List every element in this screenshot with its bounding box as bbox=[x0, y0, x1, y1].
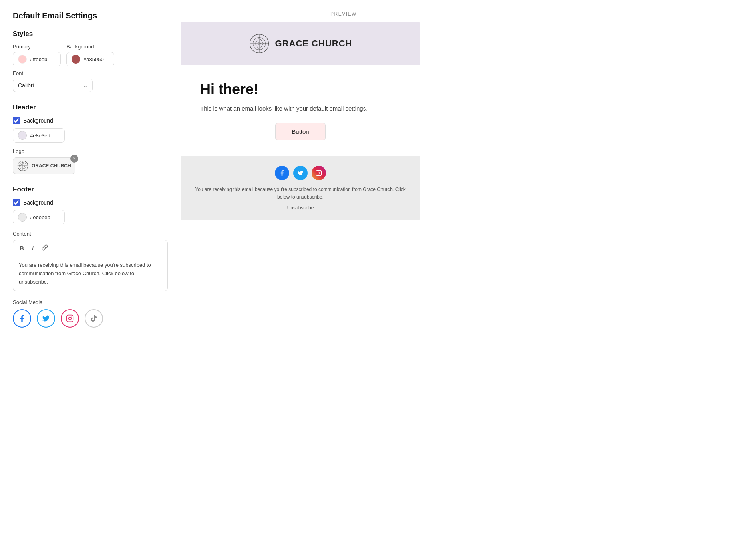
email-header-church-name: GRACE CHURCH bbox=[275, 38, 352, 49]
email-preview: GRACE CHURCH Hi there! This is what an e… bbox=[181, 22, 420, 220]
svg-rect-11 bbox=[316, 170, 321, 175]
primary-color-field[interactable]: #ffebeb bbox=[13, 52, 61, 66]
footer-content-text[interactable]: You are receiving this email because you… bbox=[13, 256, 167, 291]
footer-bg-label: Background bbox=[23, 199, 53, 206]
email-footer-social-icons bbox=[194, 166, 407, 180]
header-bg-color-value: #e8e3ed bbox=[30, 133, 50, 139]
logo-label: Logo bbox=[13, 148, 168, 154]
email-footer-text: You are receiving this email because you… bbox=[194, 186, 407, 201]
primary-color-swatch bbox=[18, 55, 27, 64]
footer-section: Footer Background #ebebeb Content B I bbox=[13, 185, 168, 328]
primary-color-label: Primary bbox=[13, 44, 61, 50]
tiktok-social-button[interactable] bbox=[85, 309, 103, 328]
svg-rect-4 bbox=[67, 315, 73, 322]
color-row: Primary #ffebeb Background #a85050 bbox=[13, 44, 168, 66]
styles-section: Styles Primary #ffebeb Background #a8505… bbox=[13, 30, 168, 92]
footer-bg-color-field[interactable]: #ebebeb bbox=[13, 210, 65, 224]
preview-label: PREVIEW bbox=[181, 11, 507, 17]
header-bg-color-field[interactable]: #e8e3ed bbox=[13, 128, 65, 143]
page-title: Default Email Settings bbox=[13, 11, 168, 20]
email-unsubscribe-link[interactable]: Unsubscribe bbox=[287, 205, 314, 210]
header-bg-checkbox[interactable] bbox=[13, 117, 20, 124]
background-color-col: Background #a85050 bbox=[66, 44, 114, 66]
left-panel: Default Email Settings Styles Primary #f… bbox=[13, 11, 181, 339]
logo-section: GRACE CHURCH × bbox=[13, 157, 168, 174]
social-icons-row bbox=[13, 309, 168, 328]
right-panel: PREVIEW GRACE CHURCH Hi there! This is w… bbox=[181, 11, 507, 339]
logo-remove-button[interactable]: × bbox=[70, 155, 78, 163]
primary-color-value: #ffebeb bbox=[30, 56, 47, 62]
header-bg-checkbox-row: Background bbox=[13, 117, 168, 124]
facebook-social-button[interactable] bbox=[13, 309, 31, 328]
footer-bg-color-value: #ebebeb bbox=[30, 214, 50, 220]
email-footer-facebook-icon bbox=[275, 166, 289, 180]
email-preview-header: GRACE CHURCH bbox=[181, 22, 420, 65]
background-color-value: #a85050 bbox=[83, 56, 104, 62]
email-preview-footer: You are receiving this email because you… bbox=[181, 156, 420, 220]
church-logo-icon bbox=[17, 160, 28, 171]
background-color-label: Background bbox=[66, 44, 114, 50]
logo-preview-text: GRACE CHURCH bbox=[32, 163, 71, 169]
footer-bg-checkbox-row: Background bbox=[13, 199, 168, 206]
email-greeting: Hi there! bbox=[200, 81, 401, 98]
instagram-social-button[interactable] bbox=[61, 309, 79, 328]
content-label: Content bbox=[13, 231, 168, 237]
social-media-label: Social Media bbox=[13, 299, 168, 305]
font-label: Font bbox=[13, 70, 168, 76]
background-color-swatch bbox=[72, 55, 80, 64]
link-button[interactable] bbox=[40, 244, 50, 253]
email-footer-instagram-icon bbox=[312, 166, 326, 180]
primary-color-col: Primary #ffebeb bbox=[13, 44, 61, 66]
font-select[interactable]: Calibri Arial Georgia Times New Roman Ve… bbox=[13, 79, 93, 92]
header-bg-label: Background bbox=[23, 117, 53, 124]
header-section: Header Background #e8e3ed Logo bbox=[13, 103, 168, 174]
footer-bg-swatch bbox=[18, 213, 27, 222]
footer-content-editor: B I You are receiving this email because… bbox=[13, 240, 168, 291]
bold-button[interactable]: B bbox=[18, 244, 26, 252]
footer-bg-checkbox[interactable] bbox=[13, 199, 20, 206]
header-section-title: Header bbox=[13, 103, 168, 111]
email-header-logo-icon bbox=[249, 33, 270, 54]
background-color-field[interactable]: #a85050 bbox=[66, 52, 114, 66]
styles-section-title: Styles bbox=[13, 30, 168, 38]
email-preview-body: Hi there! This is what an email looks li… bbox=[181, 65, 420, 156]
email-preview-button[interactable]: Button bbox=[275, 123, 325, 140]
email-body-text: This is what an email looks like with yo… bbox=[200, 105, 401, 112]
twitter-social-button[interactable] bbox=[37, 309, 55, 328]
header-bg-swatch bbox=[18, 131, 27, 140]
italic-button[interactable]: I bbox=[30, 244, 35, 252]
font-select-wrap: Calibri Arial Georgia Times New Roman Ve… bbox=[13, 79, 93, 92]
email-footer-twitter-icon bbox=[293, 166, 308, 180]
editor-toolbar: B I bbox=[13, 240, 167, 256]
footer-section-title: Footer bbox=[13, 185, 168, 193]
logo-preview: GRACE CHURCH × bbox=[13, 157, 75, 174]
